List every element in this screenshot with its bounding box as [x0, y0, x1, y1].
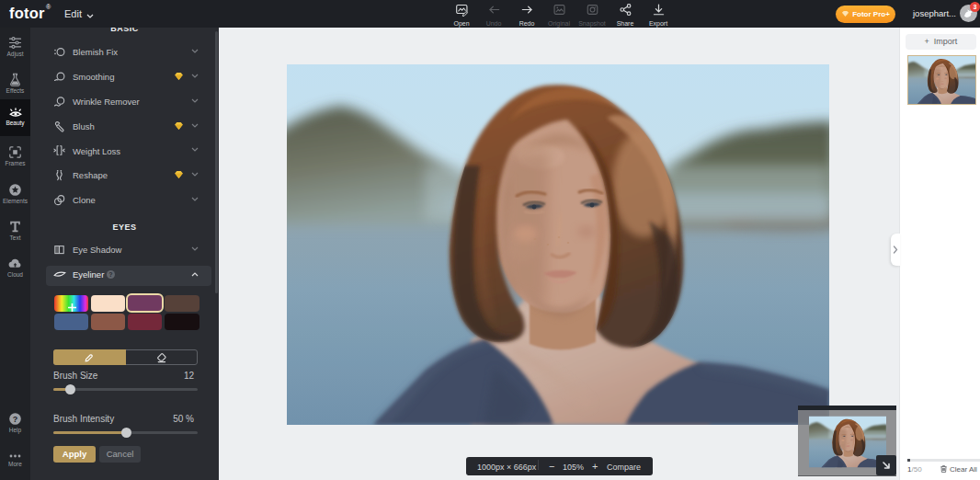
- svg-text:?: ?: [13, 415, 18, 424]
